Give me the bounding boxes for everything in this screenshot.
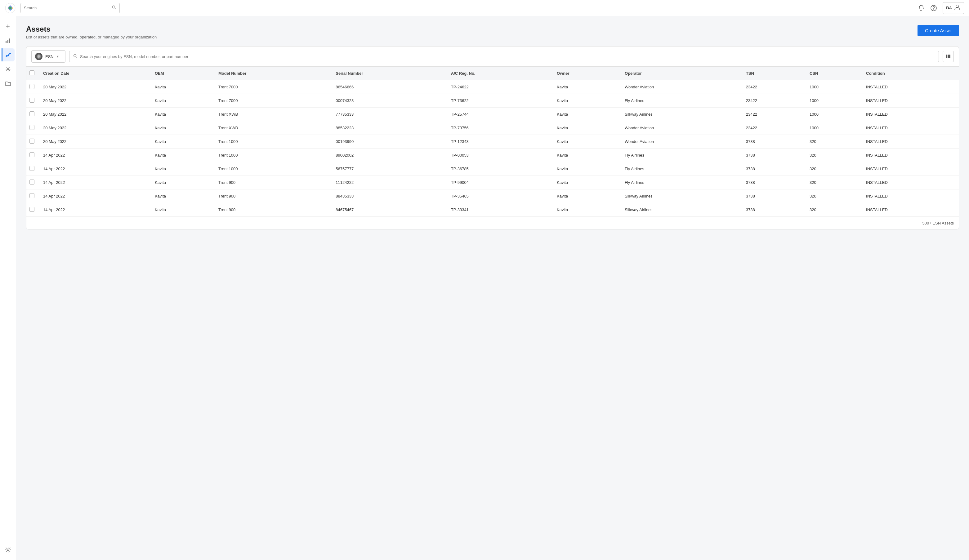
sidebar-item-transform[interactable] [2, 63, 15, 76]
col-header-csn: CSN [805, 66, 862, 80]
sidebar-item-analytics[interactable] [2, 34, 15, 47]
col-header-model-number: Model Number [214, 66, 331, 80]
row-select-checkbox[interactable] [30, 84, 35, 89]
cell-model-number: Trent 900 [214, 189, 331, 203]
topnav-search-input[interactable] [24, 6, 111, 10]
assets-table-container: ESN ▾ [26, 46, 959, 229]
sidebar-item-add[interactable]: + [2, 20, 15, 33]
row-checkbox-4[interactable] [27, 135, 39, 148]
page-header-text: Assets List of assets that are owned, op… [26, 25, 157, 39]
row-checkbox-5[interactable] [27, 148, 39, 162]
cell-owner: Kavita [553, 94, 620, 108]
cell-creation-date: 20 May 2022 [39, 80, 150, 94]
table-row: 20 May 2022 Kavita Trent 1000 00193990 T… [27, 135, 959, 148]
row-checkbox-2[interactable] [27, 108, 39, 121]
sidebar-item-folder[interactable] [2, 77, 15, 90]
row-checkbox-8[interactable] [27, 189, 39, 203]
sidebar: + [0, 16, 16, 238]
table-search-box[interactable] [69, 51, 939, 62]
cell-model-number: Trent XWB [214, 121, 331, 135]
cell-ac-reg-no: TP-33341 [447, 203, 553, 217]
row-checkbox-9[interactable] [27, 203, 39, 217]
cell-tsn: 3738 [742, 162, 805, 176]
user-avatar-icon [954, 4, 961, 12]
sidebar-item-flight[interactable] [2, 48, 15, 61]
select-all-checkbox[interactable] [30, 70, 35, 75]
row-checkbox-0[interactable] [27, 80, 39, 94]
cell-serial-number: 56757777 [331, 162, 446, 176]
main-content: Assets List of assets that are owned, op… [16, 16, 969, 238]
cell-owner: Kavita [553, 162, 620, 176]
cell-csn: 320 [805, 162, 862, 176]
table-count: 500+ ESN Assets [922, 221, 954, 226]
notification-button[interactable] [918, 5, 925, 12]
esn-label: ESN [45, 54, 54, 59]
cell-owner: Kavita [553, 108, 620, 121]
cell-oem: Kavita [150, 94, 214, 108]
table-row: 14 Apr 2022 Kavita Trent 900 11124222 TP… [27, 176, 959, 189]
row-select-checkbox[interactable] [30, 179, 35, 184]
cell-condition: INSTALLED [862, 121, 959, 135]
svg-point-5 [933, 9, 934, 10]
select-all-checkbox-header[interactable] [27, 66, 39, 80]
table-row: 14 Apr 2022 Kavita Trent 900 84675467 TP… [27, 203, 959, 217]
row-checkbox-6[interactable] [27, 162, 39, 176]
cell-csn: 320 [805, 135, 862, 148]
cell-oem: Kavita [150, 135, 214, 148]
cell-operator: Silkway Airlines [620, 203, 742, 217]
cell-condition: INSTALLED [862, 94, 959, 108]
help-button[interactable] [930, 5, 937, 12]
col-header-creation-date: Creation Date [39, 66, 150, 80]
row-select-checkbox[interactable] [30, 166, 35, 171]
cell-operator: Wonder Aviation [620, 80, 742, 94]
cell-csn: 320 [805, 189, 862, 203]
row-select-checkbox[interactable] [30, 125, 35, 130]
cell-serial-number: 00074323 [331, 94, 446, 108]
cell-ac-reg-no: TP-00053 [447, 148, 553, 162]
esn-selector[interactable]: ESN ▾ [31, 50, 65, 63]
esn-icon [35, 52, 43, 60]
row-select-checkbox[interactable] [30, 193, 35, 198]
cell-condition: INSTALLED [862, 148, 959, 162]
table-row: 20 May 2022 Kavita Trent 7000 86546666 T… [27, 80, 959, 94]
cell-serial-number: 88435333 [331, 189, 446, 203]
cell-tsn: 3738 [742, 189, 805, 203]
cell-ac-reg-no: TP-36785 [447, 162, 553, 176]
svg-rect-9 [9, 38, 10, 43]
row-checkbox-7[interactable] [27, 176, 39, 189]
cell-condition: INSTALLED [862, 203, 959, 217]
cell-ac-reg-no: TP-25744 [447, 108, 553, 121]
table-search-input[interactable] [80, 54, 935, 59]
row-select-checkbox[interactable] [30, 139, 35, 144]
cell-oem: Kavita [150, 176, 214, 189]
table-scroll-area[interactable]: Creation Date OEM Model Number Serial Nu… [27, 66, 959, 217]
assets-table: Creation Date OEM Model Number Serial Nu… [27, 66, 959, 217]
row-select-checkbox[interactable] [30, 98, 35, 103]
row-select-checkbox[interactable] [30, 111, 35, 116]
cell-csn: 1000 [805, 80, 862, 94]
cell-operator: Silkway Airlines [620, 108, 742, 121]
cell-model-number: Trent XWB [214, 108, 331, 121]
row-checkbox-3[interactable] [27, 121, 39, 135]
row-checkbox-1[interactable] [27, 94, 39, 108]
cell-model-number: Trent 7000 [214, 80, 331, 94]
row-select-checkbox[interactable] [30, 207, 35, 212]
row-select-checkbox[interactable] [30, 152, 35, 157]
topnav: BA [0, 0, 969, 16]
cell-tsn: 23422 [742, 80, 805, 94]
cell-operator: Fly Airlines [620, 94, 742, 108]
create-asset-button[interactable]: Create Asset [917, 25, 959, 36]
cell-tsn: 3738 [742, 176, 805, 189]
user-chip[interactable]: BA [942, 2, 964, 14]
table-toolbar: ESN ▾ [27, 47, 959, 66]
col-header-oem: OEM [150, 66, 214, 80]
cell-creation-date: 14 Apr 2022 [39, 176, 150, 189]
search-icon [112, 5, 116, 10]
cell-owner: Kavita [553, 148, 620, 162]
columns-toggle-button[interactable] [942, 51, 954, 62]
app-logo[interactable] [5, 3, 15, 13]
topnav-search-box[interactable] [20, 3, 120, 13]
cell-condition: INSTALLED [862, 162, 959, 176]
cell-oem: Kavita [150, 80, 214, 94]
cell-model-number: Trent 1000 [214, 162, 331, 176]
